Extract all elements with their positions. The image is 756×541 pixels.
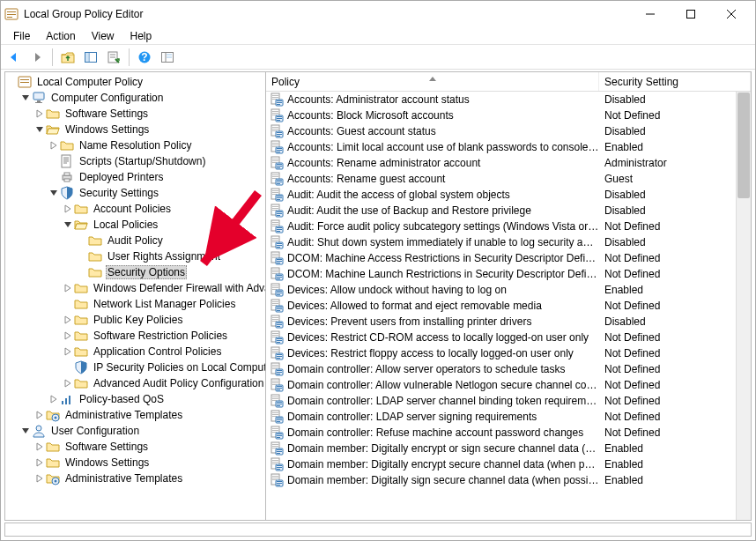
close-button[interactable] [711, 1, 752, 27]
twisty-icon[interactable] [33, 408, 46, 422]
tree-item-advanced-audit-policy[interactable]: Advanced Audit Policy Configuration [5, 375, 265, 391]
tree-item-user-software-settings[interactable]: Software Settings [5, 439, 265, 455]
twisty-icon[interactable] [62, 218, 74, 232]
properties-button[interactable] [104, 48, 123, 67]
column-security[interactable]: Security Setting [599, 72, 751, 91]
maximize-button[interactable] [671, 1, 711, 27]
menu-help[interactable]: Help [123, 29, 159, 43]
tree-item-windows-settings[interactable]: Windows Settings [5, 122, 265, 137]
twisty-icon[interactable] [62, 297, 74, 311]
policy-row[interactable]: Accounts: Rename guest accountGuest [266, 171, 736, 187]
svg-rect-213 [277, 435, 282, 436]
menu-action[interactable]: Action [39, 29, 82, 43]
policy-row[interactable]: Devices: Restrict floppy access to local… [266, 345, 736, 361]
twisty-icon[interactable] [19, 424, 32, 438]
tree-item-account-policies[interactable]: Account Policies [5, 201, 265, 217]
back-button[interactable] [4, 48, 24, 67]
tree-item-ip-security-policies[interactable]: IP Security Policies on Local Computer [5, 359, 265, 375]
tree-item-deployed-printers[interactable]: Deployed Printers [5, 169, 265, 185]
policy-row[interactable]: Accounts: Rename administrator accountAd… [266, 155, 736, 171]
menu-file[interactable]: File [6, 29, 37, 43]
twisty-icon[interactable] [33, 440, 46, 454]
twisty-icon[interactable] [76, 233, 88, 248]
twisty-icon[interactable] [62, 376, 74, 390]
twisty-icon[interactable] [5, 75, 18, 89]
up-button[interactable] [58, 48, 78, 67]
forward-button[interactable] [27, 48, 47, 67]
policy-icon [270, 172, 284, 186]
twisty-icon[interactable] [33, 471, 46, 485]
tree-item-windows-defender-firewall[interactable]: Windows Defender Firewall with Advanced … [5, 280, 265, 296]
tree-item-security-options[interactable]: Security Options [5, 264, 265, 280]
minimize-button[interactable] [630, 1, 671, 27]
tree-item-user-windows-settings[interactable]: Windows Settings [5, 455, 265, 471]
policy-row[interactable]: Devices: Allowed to format and eject rem… [266, 298, 736, 314]
policy-row[interactable]: DCOM: Machine Launch Restrictions in Sec… [266, 266, 736, 282]
policy-row[interactable]: Domain controller: LDAP server signing r… [266, 409, 736, 425]
tree-item-scripts[interactable]: Scripts (Startup/Shutdown) [5, 153, 265, 169]
tree-item-root[interactable]: Local Computer Policy [5, 74, 265, 90]
twisty-icon[interactable] [62, 202, 74, 216]
policy-row[interactable]: Devices: Prevent users from installing p… [266, 314, 736, 330]
help-button[interactable]: ? [135, 48, 154, 67]
policy-row[interactable]: Audit: Shut down system immediately if u… [266, 234, 736, 250]
twisty-icon[interactable] [19, 91, 32, 105]
twisty-icon[interactable] [62, 360, 74, 374]
policy-row[interactable]: Audit: Audit the use of Backup and Resto… [266, 203, 736, 219]
tree-item-software-settings[interactable]: Software Settings [5, 106, 265, 122]
twisty-icon[interactable] [48, 186, 60, 200]
twisty-icon[interactable] [48, 154, 60, 168]
menu-view[interactable]: View [85, 29, 122, 43]
tree-item-user-rights-assignment[interactable]: User Rights Assignment [5, 248, 265, 264]
tree-item-application-control-policies[interactable]: Application Control Policies [5, 344, 265, 359]
policy-row[interactable]: Audit: Force audit policy subcategory se… [266, 219, 736, 234]
show-hide-tree-button[interactable] [81, 48, 100, 67]
twisty-icon[interactable] [33, 122, 46, 137]
tree-item-user-administrative-templates[interactable]: Administrative Templates [5, 471, 265, 486]
policy-row[interactable]: Domain member: Digitally sign secure cha… [266, 472, 736, 488]
policy-row[interactable]: Devices: Restrict CD-ROM access to local… [266, 330, 736, 345]
twisty-icon[interactable] [62, 345, 74, 359]
column-policy[interactable]: Policy [266, 72, 599, 91]
tree-item-audit-policy[interactable]: Audit Policy [5, 233, 265, 248]
twisty-icon[interactable] [33, 107, 46, 121]
policy-row[interactable]: Accounts: Limit local account use of bla… [266, 139, 736, 155]
twisty-icon[interactable] [62, 281, 74, 295]
svg-rect-212 [277, 434, 282, 434]
policy-row[interactable]: Domain controller: LDAP server channel b… [266, 393, 736, 409]
svg-rect-142 [277, 294, 280, 295]
policy-row[interactable]: Accounts: Guest account statusDisabled [266, 123, 736, 139]
tree-item-policy-based-qos[interactable]: Policy-based QoS [5, 391, 265, 407]
twisty-icon[interactable] [48, 138, 60, 152]
tree-item-computer-configuration[interactable]: Computer Configuration [5, 90, 265, 106]
twisty-icon[interactable] [33, 456, 46, 470]
twisty-icon[interactable] [48, 170, 60, 184]
policy-row[interactable]: Domain controller: Allow vulnerable Netl… [266, 377, 736, 393]
policy-row[interactable]: Audit: Audit the access of global system… [266, 187, 736, 203]
tree-item-software-restriction-policies[interactable]: Software Restriction Policies [5, 328, 265, 344]
twisty-icon[interactable] [76, 265, 88, 279]
tree-item-security-settings[interactable]: Security Settings [5, 185, 265, 201]
policy-row[interactable]: Domain member: Digitally encrypt or sign… [266, 441, 736, 456]
policy-row[interactable]: DCOM: Machine Access Restrictions in Sec… [266, 250, 736, 266]
twisty-icon[interactable] [76, 249, 88, 263]
tree-icon [88, 265, 102, 279]
tree-item-public-key-policies[interactable]: Public Key Policies [5, 312, 265, 328]
policy-row[interactable]: Devices: Allow undock without having to … [266, 282, 736, 298]
twisty-icon[interactable] [48, 392, 60, 406]
policy-row[interactable]: Domain controller: Refuse machine accoun… [266, 425, 736, 441]
tree-item-administrative-templates[interactable]: Administrative Templates [5, 407, 265, 423]
toolbar-separator [52, 48, 53, 66]
twisty-icon[interactable] [62, 313, 74, 327]
tree-item-network-list-manager[interactable]: Network List Manager Policies [5, 296, 265, 312]
policy-row[interactable]: Domain member: Digitally encrypt secure … [266, 456, 736, 472]
tree-item-local-policies[interactable]: Local Policies [5, 217, 265, 233]
filter-button[interactable] [158, 48, 177, 67]
policy-row[interactable]: Accounts: Block Microsoft accountsNot De… [266, 107, 736, 123]
policy-row[interactable]: Domain controller: Allow server operator… [266, 361, 736, 377]
tree-item-user-configuration[interactable]: User Configuration [5, 423, 265, 439]
policy-row[interactable]: Accounts: Administrator account statusDi… [266, 92, 736, 107]
tree-item-name-resolution-policy[interactable]: Name Resolution Policy [5, 137, 265, 153]
twisty-icon[interactable] [62, 329, 74, 343]
vertical-scrollbar[interactable] [736, 92, 751, 520]
